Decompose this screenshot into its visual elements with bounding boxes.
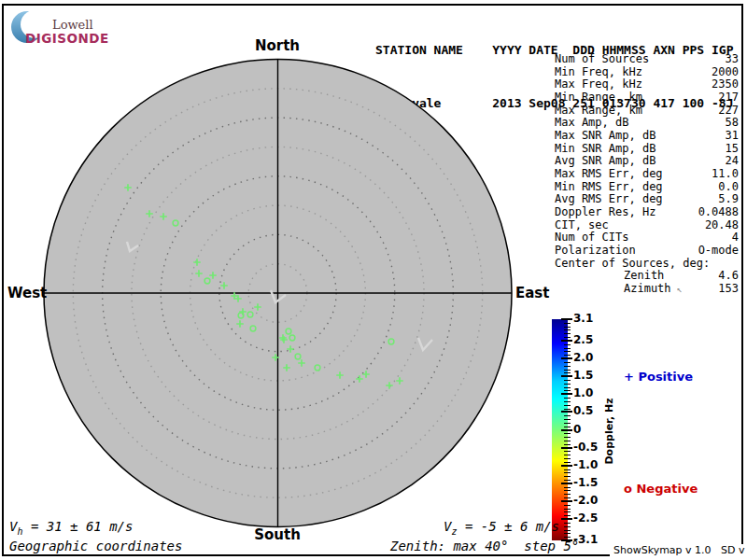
- colorbar-tick-label: 0.5: [573, 405, 593, 418]
- stat-value: 4: [732, 231, 739, 245]
- stat-label: Polarization: [555, 245, 636, 258]
- stat-label: Num of CITs: [555, 231, 628, 245]
- stat-label: CIT, sec: [555, 219, 609, 232]
- colorbar-minor-tick: [564, 441, 571, 441]
- stat-row: Max Freq, kHz2350: [555, 78, 739, 91]
- colorbar-minor-tick: [564, 472, 571, 473]
- colorbar-minor-tick: [564, 323, 571, 324]
- stat-value: 11.0: [712, 168, 739, 181]
- colorbar-minor-tick: [564, 419, 571, 420]
- stat-row: Doppler Res, Hz0.0488: [555, 206, 739, 219]
- stat-label: Avg SNR Amp, dB: [555, 155, 655, 168]
- colorbar-tick-label: -2.5: [573, 512, 598, 525]
- stat-value: 58: [726, 117, 739, 130]
- stat-value: O-mode: [698, 245, 739, 258]
- compass-label-south: South: [254, 526, 301, 543]
- colorbar-tick-label: 1.0: [573, 387, 593, 400]
- colorbar-tick: [561, 340, 572, 342]
- colorbar-minor-tick: [564, 329, 571, 330]
- colorbar-minor-tick: [564, 505, 571, 506]
- colorbar-minor-tick: [564, 497, 571, 498]
- colorbar-tick: [561, 447, 572, 449]
- legend-positive: + Positive: [624, 370, 693, 384]
- stat-row: CIT, sec20.48: [555, 219, 739, 232]
- stat-label: Max Freq, kHz: [555, 78, 642, 91]
- vh-value: = 31 ± 61 m/s: [22, 519, 133, 534]
- colorbar-minor-tick: [564, 437, 571, 438]
- stat-label: Num of Sources: [555, 53, 649, 66]
- colorbar-minor-tick: [564, 515, 571, 516]
- colorbar-tick: [561, 429, 572, 431]
- colorbar-minor-tick: [564, 480, 571, 481]
- colorbar-minor-tick: [564, 494, 571, 495]
- vertical-velocity-text: Vz = -5 ± 6 m/s: [444, 519, 559, 537]
- stat-value: 31: [726, 130, 739, 143]
- compass-label-west: West: [7, 285, 47, 301]
- colorbar-tick-label: -1.0: [573, 458, 598, 471]
- colorbar-minor-tick: [564, 427, 571, 427]
- stat-row: Avg SNR Amp, dB24: [555, 155, 739, 168]
- colorbar-tick: [561, 500, 572, 502]
- legend-negative: o Negative: [624, 482, 698, 496]
- colorbar-minor-tick: [564, 333, 571, 334]
- colorbar-minor-tick: [564, 487, 571, 488]
- colorbar-minor-tick: [564, 476, 571, 477]
- colorbar-minor-tick: [564, 469, 571, 470]
- colorbar-tick: [561, 375, 572, 377]
- stat-row: Min Range, km217: [555, 91, 739, 105]
- colorbar-tick-label: 2.5: [573, 333, 593, 346]
- stat-row: PolarizationO-mode: [555, 245, 739, 258]
- colorbar-minor-tick: [564, 405, 571, 406]
- colorbar-tick: [561, 483, 572, 484]
- stat-value: 227: [718, 105, 739, 118]
- stat-label: Max SNR Amp, dB: [555, 130, 655, 143]
- colorbar-minor-tick: [564, 401, 571, 402]
- stat-row: Max Amp, dB58: [555, 117, 739, 130]
- colorbar-minor-tick: [564, 530, 571, 531]
- stat-row: Num of CITs4: [555, 231, 739, 245]
- stat-row: Azimuth↖153: [555, 283, 739, 296]
- stat-label: Avg RMS Err, deg: [555, 193, 663, 206]
- colorbar-minor-tick: [564, 511, 571, 512]
- colorbar-tick: [561, 465, 572, 467]
- colorbar-minor-tick: [564, 398, 571, 399]
- horizontal-velocity-text: Vh = 31 ± 61 m/s: [9, 519, 133, 537]
- compass-label-east: East: [515, 285, 549, 301]
- vz-value: = -5 ± 6 m/s: [457, 519, 559, 534]
- stat-label: Min Range, km: [555, 91, 642, 105]
- doppler-axis-label: Doppler, Hz: [603, 398, 615, 464]
- colorbar-minor-tick: [564, 455, 571, 455]
- stat-row: Max Range, km227: [555, 105, 739, 118]
- colorbar-minor-tick: [564, 458, 571, 459]
- stat-label: Zenith: [624, 270, 664, 283]
- stat-label: Max Range, km: [555, 105, 642, 118]
- stat-row: Max RMS Err, deg11.0: [555, 168, 739, 181]
- skymap-window: Lowell DIGISONDE STATION NAME YYYY DATE …: [0, 0, 747, 560]
- stat-value: 15: [726, 143, 739, 156]
- colorbar-minor-tick: [564, 533, 571, 534]
- stat-label: Center of Sources, deg:: [555, 258, 710, 271]
- colorbar-tick-label: 1.5: [573, 370, 593, 383]
- azimuth-direction-icon: ↖: [677, 283, 683, 296]
- colorbar-tick: [561, 411, 572, 413]
- colorbar-minor-tick: [564, 344, 571, 345]
- colorbar-minor-tick: [564, 390, 571, 391]
- colorbar-minor-tick: [564, 372, 571, 373]
- colorbar-minor-tick: [564, 327, 571, 328]
- measurement-stats-panel: Num of Sources33Min Freq, kHz2000Max Fre…: [555, 53, 739, 295]
- colorbar-minor-tick: [564, 351, 571, 352]
- colorbar-tick-label: -2.0: [573, 494, 598, 507]
- stat-value: 0.0: [718, 181, 739, 194]
- colorbar-minor-tick: [564, 490, 571, 491]
- stat-row: Min RMS Err, deg0.0: [555, 181, 739, 194]
- colorbar-minor-tick: [564, 415, 571, 416]
- zenith-range-note: Zenith: max 40° step 5°: [390, 539, 579, 553]
- colorbar-minor-tick: [564, 526, 571, 527]
- colorbar-minor-tick: [564, 362, 571, 363]
- colorbar-minor-tick: [564, 523, 571, 524]
- colorbar-minor-tick: [564, 444, 571, 445]
- stat-label: Doppler Res, Hz: [555, 206, 655, 219]
- colorbar-minor-tick: [564, 387, 571, 388]
- stat-label: Azimuth: [624, 283, 671, 296]
- stat-row: Avg RMS Err, deg5.9: [555, 193, 739, 206]
